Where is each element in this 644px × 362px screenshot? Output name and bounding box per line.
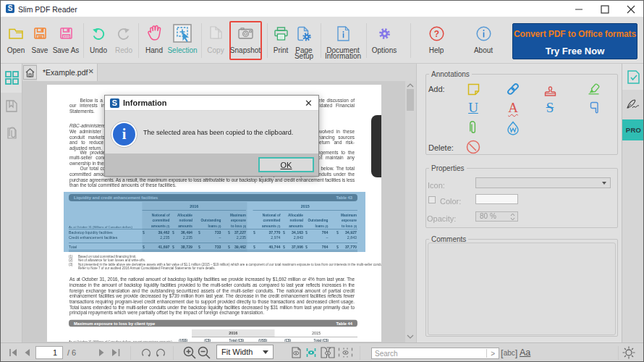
svg-text:?: ? (433, 29, 438, 39)
